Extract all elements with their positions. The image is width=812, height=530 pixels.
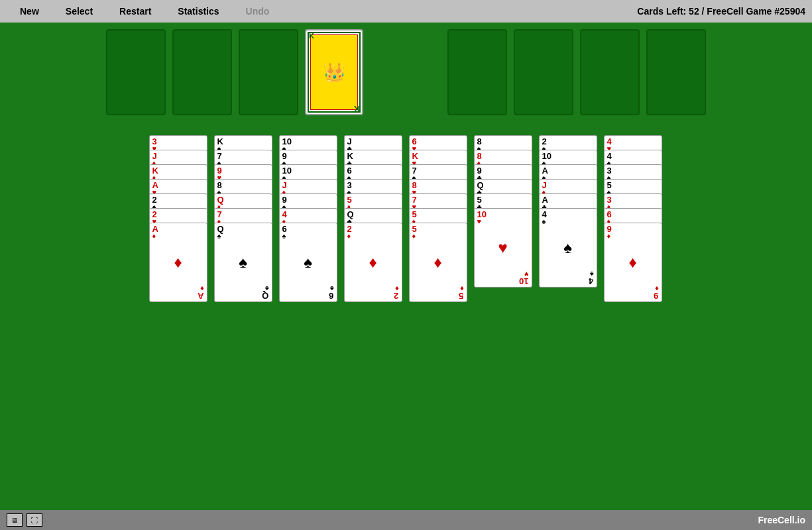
- table-card[interactable]: 2♦♦2♦: [344, 223, 402, 302]
- foundation-4[interactable]: [646, 29, 706, 115]
- table-card[interactable]: 9♦♦9♦: [604, 223, 662, 302]
- bottom-bar: 🖥 ⛶ FreeCell.io: [0, 510, 812, 530]
- columns-area: 3♥J♦K♦A♥2♠2♥A♦♦A♦K♠7♠9♥8♠Q♦7♦Q♠♠Q♠10♠9♠1…: [0, 135, 812, 321]
- restart-menu[interactable]: Restart: [106, 3, 164, 19]
- free-cells: 👑 K K: [106, 29, 363, 129]
- free-cell-3[interactable]: [239, 29, 298, 115]
- table-card[interactable]: 10♥♥10♥: [474, 208, 532, 288]
- free-cell-4[interactable]: 👑 K K: [305, 29, 363, 115]
- table-card[interactable]: A♦♦A♦: [149, 223, 207, 302]
- table-card[interactable]: 4♠♠4♠: [539, 208, 597, 288]
- column-6[interactable]: 8♠8♦9♣Q♣5♣10♥♥10♥: [474, 135, 534, 321]
- column-8[interactable]: 4♥4♠3♠5♠3♦6♦9♦♦9♦: [604, 135, 664, 321]
- select-menu[interactable]: Select: [52, 3, 106, 19]
- column-1[interactable]: 3♥J♦K♦A♥2♠2♥A♦♦A♦: [149, 135, 209, 321]
- table-card[interactable]: Q♠♠Q♠: [214, 223, 272, 302]
- new-menu[interactable]: New: [7, 3, 52, 19]
- foundation-3[interactable]: [580, 29, 640, 115]
- game-status: Cards Left: 52 / FreeCell Game #25904: [637, 6, 805, 17]
- foundation-cells: [447, 29, 706, 129]
- table-card[interactable]: 6♠♠6♠: [279, 223, 337, 302]
- brand-label: FreeCell.io: [758, 515, 805, 525]
- free-cell-1[interactable]: [106, 29, 166, 115]
- statistics-menu[interactable]: Statistics: [164, 3, 232, 19]
- cells-row: 👑 K K: [0, 23, 812, 135]
- foundation-1[interactable]: [447, 29, 507, 115]
- free-cell-2[interactable]: [172, 29, 232, 115]
- monitor-icon[interactable]: 🖥: [7, 513, 23, 527]
- column-3[interactable]: 10♠9♠10♠J♦9♠4♦6♠♠6♠: [279, 135, 339, 321]
- table-card[interactable]: 5♦♦5♦: [409, 223, 467, 302]
- column-7[interactable]: 2♠10♠A♠J♦A♣4♠♠4♠: [539, 135, 599, 321]
- column-5[interactable]: 6♥K♥7♠8♥7♥5♦5♦♦5♦: [409, 135, 469, 321]
- king-face: 👑: [310, 34, 358, 110]
- bottom-icons: 🖥 ⛶: [7, 513, 42, 527]
- game-area: 👑 K K 3♥J♦K♦A♥2♠2♥A♦♦A♦K♠7♠9♥8♠Q♦7♦Q♠♠Q♠…: [0, 23, 812, 510]
- expand-icon[interactable]: ⛶: [27, 513, 42, 527]
- column-4[interactable]: J♣K♣6♠3♠5♦Q♣2♦♦2♦: [344, 135, 404, 321]
- menu-bar: New Select Restart Statistics Undo Cards…: [0, 0, 812, 23]
- undo-menu[interactable]: Undo: [233, 3, 283, 19]
- foundation-2[interactable]: [514, 29, 573, 115]
- column-2[interactable]: K♠7♠9♥8♠Q♦7♦Q♠♠Q♠: [214, 135, 274, 321]
